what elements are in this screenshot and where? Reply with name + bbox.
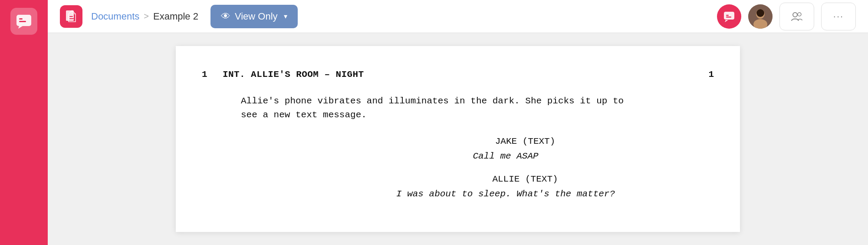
header: Documents > Example 2 👁 View Only ▾ <box>48 0 868 33</box>
character-allie: ALLIE (TEXT) <box>336 172 714 187</box>
scene-number-right: 1 <box>693 68 714 82</box>
svg-rect-3 <box>66 10 74 21</box>
avatar[interactable] <box>748 4 773 29</box>
breadcrumb: Documents > Example 2 <box>91 11 198 22</box>
eye-icon: 👁 <box>221 11 230 22</box>
svg-rect-2 <box>19 21 26 22</box>
header-more-button[interactable]: ··· <box>821 3 856 30</box>
document-area: 1 INT. ALLIE'S ROOM – NIGHT 1 Allie's ph… <box>48 33 868 245</box>
dialogue-jake-text: Call me ASAP <box>297 149 714 164</box>
sidebar-chat-icon[interactable] <box>10 8 37 35</box>
scene-number-left: 1 <box>202 68 223 82</box>
scene-heading-text: INT. ALLIE'S ROOM – NIGHT <box>223 68 693 82</box>
character-jake: JAKE (TEXT) <box>336 135 714 149</box>
svg-rect-4 <box>69 16 73 17</box>
sidebar <box>0 0 48 245</box>
header-users-button[interactable] <box>779 3 814 30</box>
svg-rect-5 <box>69 18 74 19</box>
svg-rect-1 <box>19 18 23 20</box>
chevron-down-icon: ▾ <box>284 12 287 20</box>
breadcrumb-documents-link[interactable]: Documents <box>91 11 139 22</box>
dialogue-jake: JAKE (TEXT) Call me ASAP <box>241 135 714 164</box>
view-only-button[interactable]: 👁 View Only ▾ <box>210 5 298 28</box>
svg-rect-6 <box>724 12 734 20</box>
dialogue-allie: ALLIE (TEXT) I was about to sleep. What'… <box>241 172 714 202</box>
breadcrumb-separator: > <box>144 11 149 21</box>
svg-rect-0 <box>16 15 31 26</box>
breadcrumb-current-doc: Example 2 <box>153 11 198 22</box>
dialogue-allie-text: I was about to sleep. What's the matter? <box>297 187 714 202</box>
header-chat-button[interactable] <box>717 4 741 29</box>
header-right-actions: ··· <box>717 3 856 30</box>
document-icon[interactable] <box>60 5 82 28</box>
svg-point-12 <box>756 9 764 17</box>
svg-point-13 <box>793 13 797 17</box>
more-dots-icon: ··· <box>833 11 844 22</box>
document-page: 1 INT. ALLIE'S ROOM – NIGHT 1 Allie's ph… <box>176 46 740 232</box>
main-area: Documents > Example 2 👁 View Only ▾ <box>48 0 868 245</box>
action-block: Allie's phone vibrates and illuminates i… <box>241 94 697 122</box>
svg-point-14 <box>798 13 801 16</box>
scene-heading-line: 1 INT. ALLIE'S ROOM – NIGHT 1 <box>202 68 714 82</box>
screenplay-content: 1 INT. ALLIE'S ROOM – NIGHT 1 Allie's ph… <box>202 68 714 202</box>
svg-rect-7 <box>726 15 729 16</box>
view-only-label: View Only <box>235 11 278 22</box>
svg-rect-8 <box>726 17 731 18</box>
